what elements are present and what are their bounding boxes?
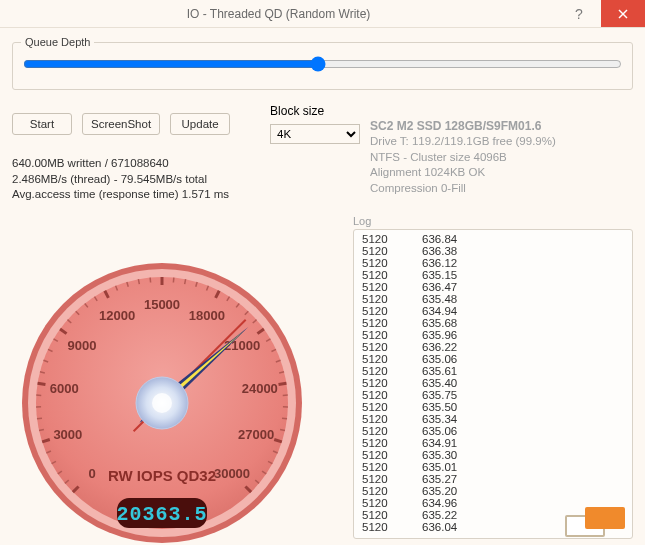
svg-text:18000: 18000 <box>189 307 225 322</box>
svg-text:12000: 12000 <box>99 307 135 322</box>
svg-line-32 <box>185 279 186 284</box>
svg-line-49 <box>280 429 285 430</box>
watermark-logo <box>565 507 629 539</box>
svg-line-11 <box>39 429 44 430</box>
svg-line-28 <box>138 279 139 284</box>
gauge-label: RW IOPS QD32 <box>108 467 216 484</box>
drive-align: Alignment 1024KB OK <box>370 165 556 181</box>
drive-fs: NTFS - Cluster size 4096B <box>370 150 556 166</box>
gauge-svg: 0300060009000120001500018000210002400027… <box>12 253 312 545</box>
log-row: 5120635.75 <box>362 389 624 401</box>
log-box[interactable]: 5120636.845120636.385120636.125120635.15… <box>353 229 633 539</box>
svg-line-48 <box>282 418 287 419</box>
queue-depth-slider[interactable] <box>23 56 622 72</box>
svg-text:3000: 3000 <box>53 426 82 441</box>
log-row: 5120635.40 <box>362 377 624 389</box>
titlebar: IO - Threaded QD (Random Write) ? <box>0 0 645 28</box>
svg-line-15 <box>38 383 46 384</box>
svg-text:24000: 24000 <box>242 380 278 395</box>
svg-point-72 <box>152 393 172 413</box>
log-row: 5120635.30 <box>362 449 624 461</box>
log-row: 5120635.27 <box>362 473 624 485</box>
svg-text:0: 0 <box>88 466 95 481</box>
drive-free: Drive T: 119.2/119.1GB free (99.9%) <box>370 134 556 150</box>
gauge-reading: 20363.5 <box>116 503 207 526</box>
window-title: IO - Threaded QD (Random Write) <box>0 7 557 21</box>
drive-comp: Compression 0-Fill <box>370 181 556 197</box>
gauge: 0300060009000120001500018000210002400027… <box>12 253 312 545</box>
log-row: 5120634.94 <box>362 305 624 317</box>
queue-depth-slider-wrap <box>21 52 624 75</box>
log-row: 5120636.47 <box>362 281 624 293</box>
log-row: 5120634.91 <box>362 437 624 449</box>
log-row: 5120636.84 <box>362 233 624 245</box>
log-row: 5120635.68 <box>362 317 624 329</box>
log-row: 5120635.06 <box>362 353 624 365</box>
block-size-select[interactable]: 4K <box>270 124 360 144</box>
block-size-label: Block size <box>270 104 360 118</box>
close-button[interactable] <box>601 0 645 27</box>
log-label: Log <box>353 215 633 227</box>
main-area: 0300060009000120001500018000210002400027… <box>12 215 633 545</box>
close-icon <box>618 9 628 19</box>
log-row: 5120635.06 <box>362 425 624 437</box>
log-row: 5120635.50 <box>362 401 624 413</box>
log-section: Log 5120636.845120636.385120636.12512063… <box>353 215 633 539</box>
log-row: 5120636.38 <box>362 245 624 257</box>
log-row: 5120635.01 <box>362 461 624 473</box>
log-row: 5120635.96 <box>362 329 624 341</box>
log-row: 5120636.22 <box>362 341 624 353</box>
log-row: 5120635.34 <box>362 413 624 425</box>
queue-depth-label: Queue Depth <box>21 36 94 48</box>
log-row: 5120635.20 <box>362 485 624 497</box>
svg-line-12 <box>37 418 42 419</box>
svg-line-45 <box>279 383 287 384</box>
svg-text:30000: 30000 <box>214 466 250 481</box>
svg-text:6000: 6000 <box>50 380 79 395</box>
drive-info: SC2 M2 SSD 128GB/S9FM01.6 Drive T: 119.2… <box>370 118 556 196</box>
svg-text:27000: 27000 <box>238 426 274 441</box>
svg-text:9000: 9000 <box>67 337 96 352</box>
log-row: 5120635.61 <box>362 365 624 377</box>
log-row: 5120636.12 <box>362 257 624 269</box>
update-button[interactable]: Update <box>170 113 230 135</box>
start-button[interactable]: Start <box>12 113 72 135</box>
help-button[interactable]: ? <box>557 0 601 27</box>
screenshot-button[interactable]: ScreenShot <box>82 113 160 135</box>
queue-depth-group: Queue Depth <box>12 36 633 90</box>
svg-text:15000: 15000 <box>144 297 180 312</box>
log-row: 5120635.48 <box>362 293 624 305</box>
log-row: 5120635.15 <box>362 269 624 281</box>
content-area: Queue Depth Start ScreenShot Update Bloc… <box>0 28 645 545</box>
window-buttons: ? <box>557 0 645 27</box>
drive-name: SC2 M2 SSD 128GB/S9FM01.6 <box>370 118 556 134</box>
